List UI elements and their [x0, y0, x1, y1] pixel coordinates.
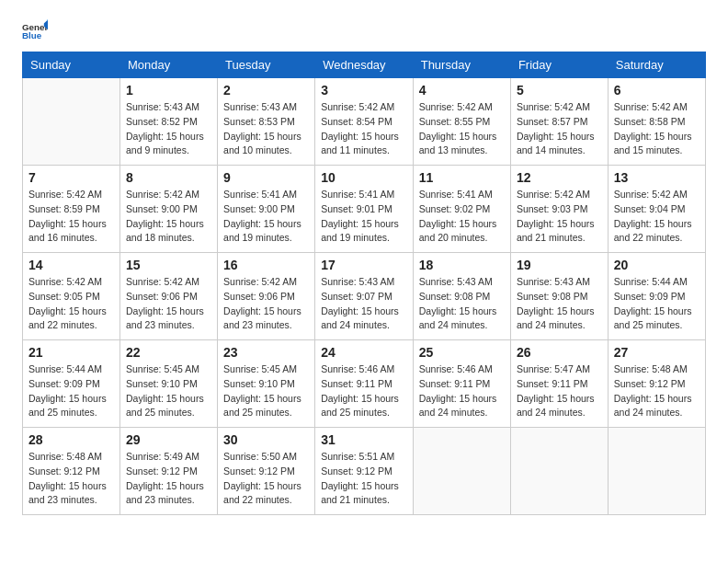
logo: General Blue	[22, 18, 51, 44]
calendar-cell: 9Sunrise: 5:41 AMSunset: 9:00 PMDaylight…	[218, 166, 315, 253]
calendar-cell: 18Sunrise: 5:43 AMSunset: 9:08 PMDayligh…	[413, 253, 510, 340]
calendar-cell: 14Sunrise: 5:42 AMSunset: 9:05 PMDayligh…	[23, 253, 120, 340]
calendar-cell: 30Sunrise: 5:50 AMSunset: 9:12 PMDayligh…	[218, 428, 315, 515]
day-number: 5	[517, 83, 602, 98]
logo-icon: General Blue	[22, 18, 48, 44]
day-number: 11	[419, 170, 505, 185]
calendar-table: SundayMondayTuesdayWednesdayThursdayFrid…	[22, 52, 706, 515]
day-number: 27	[614, 345, 700, 360]
day-info: Sunrise: 5:43 AMSunset: 9:07 PMDaylight:…	[321, 275, 407, 333]
day-number: 15	[126, 258, 211, 272]
day-info: Sunrise: 5:45 AMSunset: 9:10 PMDaylight:…	[126, 362, 211, 420]
calendar-cell: 31Sunrise: 5:51 AMSunset: 9:12 PMDayligh…	[315, 428, 414, 515]
day-info: Sunrise: 5:48 AMSunset: 9:12 PMDaylight:…	[614, 362, 700, 420]
day-info: Sunrise: 5:43 AMSunset: 8:53 PMDaylight:…	[223, 100, 309, 158]
day-info: Sunrise: 5:43 AMSunset: 9:08 PMDaylight:…	[419, 275, 505, 333]
day-number: 24	[321, 345, 407, 360]
day-info: Sunrise: 5:42 AMSunset: 8:57 PMDaylight:…	[517, 100, 602, 158]
day-of-week-header: Friday	[510, 52, 608, 78]
day-number: 12	[517, 170, 602, 185]
day-info: Sunrise: 5:44 AMSunset: 9:09 PMDaylight:…	[28, 362, 114, 420]
calendar-cell: 22Sunrise: 5:45 AMSunset: 9:10 PMDayligh…	[120, 340, 218, 428]
calendar-week-row: 21Sunrise: 5:44 AMSunset: 9:09 PMDayligh…	[23, 340, 706, 428]
day-number: 7	[28, 170, 114, 185]
day-info: Sunrise: 5:42 AMSunset: 8:55 PMDaylight:…	[419, 100, 505, 158]
day-info: Sunrise: 5:45 AMSunset: 9:10 PMDaylight:…	[223, 362, 309, 420]
calendar-cell: 7Sunrise: 5:42 AMSunset: 8:59 PMDaylight…	[23, 166, 120, 253]
day-number: 13	[614, 170, 700, 185]
calendar-week-row: 1Sunrise: 5:43 AMSunset: 8:52 PMDaylight…	[23, 78, 706, 166]
day-number: 31	[321, 432, 407, 447]
day-info: Sunrise: 5:42 AMSunset: 9:04 PMDaylight:…	[614, 188, 700, 246]
calendar-cell: 1Sunrise: 5:43 AMSunset: 8:52 PMDaylight…	[120, 78, 218, 166]
calendar-cell	[608, 428, 705, 515]
day-info: Sunrise: 5:42 AMSunset: 9:03 PMDaylight:…	[517, 188, 602, 246]
day-number: 19	[517, 258, 602, 272]
day-info: Sunrise: 5:44 AMSunset: 9:09 PMDaylight:…	[614, 275, 700, 333]
calendar-cell: 3Sunrise: 5:42 AMSunset: 8:54 PMDaylight…	[315, 78, 414, 166]
calendar-cell: 12Sunrise: 5:42 AMSunset: 9:03 PMDayligh…	[510, 166, 608, 253]
calendar-cell: 8Sunrise: 5:42 AMSunset: 9:00 PMDaylight…	[120, 166, 218, 253]
calendar-cell: 25Sunrise: 5:46 AMSunset: 9:11 PMDayligh…	[413, 340, 510, 428]
calendar-cell: 17Sunrise: 5:43 AMSunset: 9:07 PMDayligh…	[315, 253, 414, 340]
calendar-cell: 10Sunrise: 5:41 AMSunset: 9:01 PMDayligh…	[315, 166, 414, 253]
day-number: 16	[223, 258, 309, 272]
day-info: Sunrise: 5:51 AMSunset: 9:12 PMDaylight:…	[321, 450, 407, 508]
day-of-week-header: Sunday	[23, 52, 120, 78]
calendar-cell: 2Sunrise: 5:43 AMSunset: 8:53 PMDaylight…	[218, 78, 315, 166]
calendar-cell: 29Sunrise: 5:49 AMSunset: 9:12 PMDayligh…	[120, 428, 218, 515]
day-number: 28	[28, 432, 114, 447]
day-info: Sunrise: 5:41 AMSunset: 9:01 PMDaylight:…	[321, 188, 407, 246]
day-number: 4	[419, 83, 505, 98]
day-info: Sunrise: 5:47 AMSunset: 9:11 PMDaylight:…	[517, 362, 602, 420]
calendar-week-row: 14Sunrise: 5:42 AMSunset: 9:05 PMDayligh…	[23, 253, 706, 340]
calendar-cell: 21Sunrise: 5:44 AMSunset: 9:09 PMDayligh…	[23, 340, 120, 428]
day-info: Sunrise: 5:42 AMSunset: 9:05 PMDaylight:…	[28, 275, 114, 333]
day-info: Sunrise: 5:41 AMSunset: 9:00 PMDaylight:…	[223, 188, 309, 246]
day-info: Sunrise: 5:49 AMSunset: 9:12 PMDaylight:…	[126, 450, 211, 508]
calendar-cell	[510, 428, 608, 515]
calendar-cell: 6Sunrise: 5:42 AMSunset: 8:58 PMDaylight…	[608, 78, 705, 166]
calendar-header-row: SundayMondayTuesdayWednesdayThursdayFrid…	[23, 52, 706, 78]
day-info: Sunrise: 5:42 AMSunset: 8:54 PMDaylight:…	[321, 100, 407, 158]
day-number: 9	[223, 170, 309, 185]
day-number: 22	[126, 345, 211, 360]
day-number: 30	[223, 432, 309, 447]
day-info: Sunrise: 5:46 AMSunset: 9:11 PMDaylight:…	[321, 362, 407, 420]
calendar-cell: 13Sunrise: 5:42 AMSunset: 9:04 PMDayligh…	[608, 166, 705, 253]
day-info: Sunrise: 5:42 AMSunset: 8:59 PMDaylight:…	[28, 188, 114, 246]
day-of-week-header: Wednesday	[315, 52, 414, 78]
day-info: Sunrise: 5:42 AMSunset: 9:00 PMDaylight:…	[126, 188, 211, 246]
calendar-cell	[23, 78, 120, 166]
calendar-cell	[413, 428, 510, 515]
day-number: 8	[126, 170, 211, 185]
day-number: 3	[321, 83, 407, 98]
day-info: Sunrise: 5:43 AMSunset: 8:52 PMDaylight:…	[126, 100, 211, 158]
calendar-week-row: 28Sunrise: 5:48 AMSunset: 9:12 PMDayligh…	[23, 428, 706, 515]
calendar-cell: 19Sunrise: 5:43 AMSunset: 9:08 PMDayligh…	[510, 253, 608, 340]
calendar-cell: 4Sunrise: 5:42 AMSunset: 8:55 PMDaylight…	[413, 78, 510, 166]
day-number: 18	[419, 258, 505, 272]
day-number: 2	[223, 83, 309, 98]
day-info: Sunrise: 5:50 AMSunset: 9:12 PMDaylight:…	[223, 450, 309, 508]
calendar-cell: 28Sunrise: 5:48 AMSunset: 9:12 PMDayligh…	[23, 428, 120, 515]
calendar-cell: 27Sunrise: 5:48 AMSunset: 9:12 PMDayligh…	[608, 340, 705, 428]
calendar-cell: 20Sunrise: 5:44 AMSunset: 9:09 PMDayligh…	[608, 253, 705, 340]
calendar-cell: 23Sunrise: 5:45 AMSunset: 9:10 PMDayligh…	[218, 340, 315, 428]
day-info: Sunrise: 5:42 AMSunset: 8:58 PMDaylight:…	[614, 100, 700, 158]
calendar-cell: 11Sunrise: 5:41 AMSunset: 9:02 PMDayligh…	[413, 166, 510, 253]
day-number: 21	[28, 345, 114, 360]
day-number: 14	[28, 258, 114, 272]
day-of-week-header: Monday	[120, 52, 218, 78]
day-of-week-header: Saturday	[608, 52, 705, 78]
page-header: General Blue	[22, 18, 706, 44]
day-number: 25	[419, 345, 505, 360]
calendar-cell: 15Sunrise: 5:42 AMSunset: 9:06 PMDayligh…	[120, 253, 218, 340]
calendar-cell: 5Sunrise: 5:42 AMSunset: 8:57 PMDaylight…	[510, 78, 608, 166]
day-number: 10	[321, 170, 407, 185]
day-number: 20	[614, 258, 700, 272]
day-info: Sunrise: 5:48 AMSunset: 9:12 PMDaylight:…	[28, 450, 114, 508]
day-number: 1	[126, 83, 211, 98]
day-of-week-header: Thursday	[413, 52, 510, 78]
day-number: 23	[223, 345, 309, 360]
